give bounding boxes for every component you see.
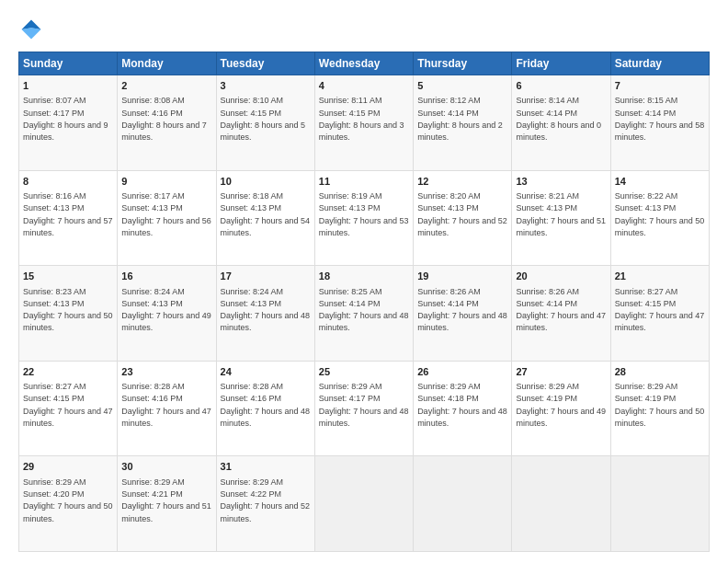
day-number: 4 bbox=[319, 79, 409, 93]
cell-content: Sunrise: 8:07 AMSunset: 4:17 PMDaylight:… bbox=[23, 96, 108, 142]
calendar-cell: 11Sunrise: 8:19 AMSunset: 4:13 PMDayligh… bbox=[314, 170, 413, 266]
cell-content: Sunrise: 8:23 AMSunset: 4:13 PMDaylight:… bbox=[23, 287, 113, 333]
calendar-cell: 4Sunrise: 8:11 AMSunset: 4:15 PMDaylight… bbox=[314, 75, 413, 171]
calendar-cell: 28Sunrise: 8:29 AMSunset: 4:19 PMDayligh… bbox=[610, 361, 709, 456]
calendar-cell bbox=[610, 456, 709, 552]
day-number: 17 bbox=[221, 270, 311, 283]
cell-content: Sunrise: 8:28 AMSunset: 4:16 PMDaylight:… bbox=[121, 382, 211, 428]
day-number: 25 bbox=[319, 365, 409, 379]
calendar-cell: 16Sunrise: 8:24 AMSunset: 4:13 PMDayligh… bbox=[118, 266, 216, 362]
cell-content: Sunrise: 8:24 AMSunset: 4:13 PMDaylight:… bbox=[121, 287, 211, 333]
calendar-cell: 13Sunrise: 8:21 AMSunset: 4:13 PMDayligh… bbox=[512, 170, 610, 266]
day-number: 11 bbox=[319, 175, 409, 189]
cell-content: Sunrise: 8:29 AMSunset: 4:18 PMDaylight:… bbox=[417, 382, 507, 428]
logo bbox=[18, 17, 48, 42]
cell-content: Sunrise: 8:15 AMSunset: 4:14 PMDaylight:… bbox=[615, 96, 705, 142]
day-header-saturday: Saturday bbox=[610, 52, 709, 75]
day-header-tuesday: Tuesday bbox=[216, 52, 314, 75]
day-number: 29 bbox=[23, 460, 113, 474]
cell-content: Sunrise: 8:26 AMSunset: 4:14 PMDaylight:… bbox=[417, 287, 507, 333]
calendar-body: 1Sunrise: 8:07 AMSunset: 4:17 PMDaylight… bbox=[19, 75, 710, 552]
day-number: 8 bbox=[23, 175, 113, 189]
calendar-cell: 12Sunrise: 8:20 AMSunset: 4:13 PMDayligh… bbox=[414, 170, 512, 266]
cell-content: Sunrise: 8:28 AMSunset: 4:16 PMDaylight:… bbox=[221, 382, 311, 428]
day-number: 28 bbox=[615, 365, 705, 379]
header bbox=[18, 17, 710, 42]
cell-content: Sunrise: 8:27 AMSunset: 4:15 PMDaylight:… bbox=[23, 382, 113, 428]
calendar-cell: 31Sunrise: 8:29 AMSunset: 4:22 PMDayligh… bbox=[216, 456, 314, 552]
day-number: 9 bbox=[121, 175, 211, 189]
calendar-week-row: 15Sunrise: 8:23 AMSunset: 4:13 PMDayligh… bbox=[19, 266, 710, 362]
calendar-cell: 17Sunrise: 8:24 AMSunset: 4:13 PMDayligh… bbox=[216, 266, 314, 362]
cell-content: Sunrise: 8:25 AMSunset: 4:14 PMDaylight:… bbox=[319, 287, 409, 333]
day-header-friday: Friday bbox=[512, 52, 610, 75]
cell-content: Sunrise: 8:22 AMSunset: 4:13 PMDaylight:… bbox=[615, 191, 705, 237]
day-number: 16 bbox=[121, 270, 211, 283]
calendar-cell: 6Sunrise: 8:14 AMSunset: 4:14 PMDaylight… bbox=[512, 75, 610, 171]
cell-content: Sunrise: 8:17 AMSunset: 4:13 PMDaylight:… bbox=[121, 191, 211, 237]
cell-content: Sunrise: 8:16 AMSunset: 4:13 PMDaylight:… bbox=[23, 191, 113, 237]
day-number: 14 bbox=[615, 175, 705, 189]
cell-content: Sunrise: 8:18 AMSunset: 4:13 PMDaylight:… bbox=[221, 191, 311, 237]
cell-content: Sunrise: 8:24 AMSunset: 4:13 PMDaylight:… bbox=[221, 287, 311, 333]
day-header-monday: Monday bbox=[118, 52, 216, 75]
calendar-cell bbox=[414, 456, 512, 552]
cell-content: Sunrise: 8:14 AMSunset: 4:14 PMDaylight:… bbox=[516, 96, 601, 142]
calendar-cell: 26Sunrise: 8:29 AMSunset: 4:18 PMDayligh… bbox=[414, 361, 512, 456]
calendar-cell: 24Sunrise: 8:28 AMSunset: 4:16 PMDayligh… bbox=[216, 361, 314, 456]
cell-content: Sunrise: 8:21 AMSunset: 4:13 PMDaylight:… bbox=[516, 191, 606, 237]
day-number: 20 bbox=[516, 270, 606, 283]
day-number: 7 bbox=[615, 79, 705, 93]
day-number: 30 bbox=[121, 460, 211, 474]
cell-content: Sunrise: 8:29 AMSunset: 4:20 PMDaylight:… bbox=[23, 477, 113, 523]
calendar-cell: 18Sunrise: 8:25 AMSunset: 4:14 PMDayligh… bbox=[314, 266, 413, 362]
calendar-cell: 27Sunrise: 8:29 AMSunset: 4:19 PMDayligh… bbox=[512, 361, 610, 456]
day-number: 13 bbox=[516, 175, 606, 189]
calendar-cell bbox=[314, 456, 413, 552]
cell-content: Sunrise: 8:19 AMSunset: 4:13 PMDaylight:… bbox=[319, 191, 409, 237]
calendar-cell: 3Sunrise: 8:10 AMSunset: 4:15 PMDaylight… bbox=[216, 75, 314, 171]
cell-content: Sunrise: 8:29 AMSunset: 4:19 PMDaylight:… bbox=[516, 382, 606, 428]
day-number: 19 bbox=[417, 270, 507, 283]
cell-content: Sunrise: 8:29 AMSunset: 4:21 PMDaylight:… bbox=[121, 477, 211, 523]
day-number: 21 bbox=[615, 270, 705, 283]
calendar-cell: 20Sunrise: 8:26 AMSunset: 4:14 PMDayligh… bbox=[512, 266, 610, 362]
calendar-cell: 21Sunrise: 8:27 AMSunset: 4:15 PMDayligh… bbox=[610, 266, 709, 362]
cell-content: Sunrise: 8:11 AMSunset: 4:15 PMDaylight:… bbox=[319, 96, 404, 142]
cell-content: Sunrise: 8:08 AMSunset: 4:16 PMDaylight:… bbox=[121, 96, 207, 142]
calendar-cell: 5Sunrise: 8:12 AMSunset: 4:14 PMDaylight… bbox=[414, 75, 512, 171]
day-number: 5 bbox=[417, 79, 507, 93]
calendar-cell: 8Sunrise: 8:16 AMSunset: 4:13 PMDaylight… bbox=[19, 170, 118, 266]
day-number: 12 bbox=[417, 175, 507, 189]
calendar-cell: 1Sunrise: 8:07 AMSunset: 4:17 PMDaylight… bbox=[19, 75, 118, 171]
day-number: 15 bbox=[23, 270, 113, 283]
day-number: 31 bbox=[221, 460, 311, 474]
calendar-cell: 22Sunrise: 8:27 AMSunset: 4:15 PMDayligh… bbox=[19, 361, 118, 456]
cell-content: Sunrise: 8:29 AMSunset: 4:22 PMDaylight:… bbox=[221, 477, 311, 523]
logo-icon bbox=[18, 17, 44, 42]
day-number: 3 bbox=[221, 79, 311, 93]
calendar-cell: 15Sunrise: 8:23 AMSunset: 4:13 PMDayligh… bbox=[19, 266, 118, 362]
day-number: 2 bbox=[121, 79, 211, 93]
cell-content: Sunrise: 8:26 AMSunset: 4:14 PMDaylight:… bbox=[516, 287, 606, 333]
calendar-cell: 23Sunrise: 8:28 AMSunset: 4:16 PMDayligh… bbox=[118, 361, 216, 456]
day-number: 27 bbox=[516, 365, 606, 379]
calendar-cell bbox=[512, 456, 610, 552]
calendar-cell: 7Sunrise: 8:15 AMSunset: 4:14 PMDaylight… bbox=[610, 75, 709, 171]
calendar-table: SundayMondayTuesdayWednesdayThursdayFrid… bbox=[18, 52, 710, 552]
day-header-wednesday: Wednesday bbox=[314, 52, 413, 75]
day-number: 22 bbox=[23, 365, 113, 379]
page: SundayMondayTuesdayWednesdayThursdayFrid… bbox=[0, 0, 728, 563]
calendar-cell: 25Sunrise: 8:29 AMSunset: 4:17 PMDayligh… bbox=[314, 361, 413, 456]
day-number: 6 bbox=[516, 79, 606, 93]
day-number: 23 bbox=[121, 365, 211, 379]
calendar-cell: 10Sunrise: 8:18 AMSunset: 4:13 PMDayligh… bbox=[216, 170, 314, 266]
calendar-cell: 2Sunrise: 8:08 AMSunset: 4:16 PMDaylight… bbox=[118, 75, 216, 171]
day-number: 24 bbox=[221, 365, 311, 379]
calendar-cell: 19Sunrise: 8:26 AMSunset: 4:14 PMDayligh… bbox=[414, 266, 512, 362]
day-number: 18 bbox=[319, 270, 409, 283]
day-number: 10 bbox=[221, 175, 311, 189]
calendar-week-row: 8Sunrise: 8:16 AMSunset: 4:13 PMDaylight… bbox=[19, 170, 710, 266]
calendar-week-row: 22Sunrise: 8:27 AMSunset: 4:15 PMDayligh… bbox=[19, 361, 710, 456]
cell-content: Sunrise: 8:29 AMSunset: 4:19 PMDaylight:… bbox=[615, 382, 705, 428]
